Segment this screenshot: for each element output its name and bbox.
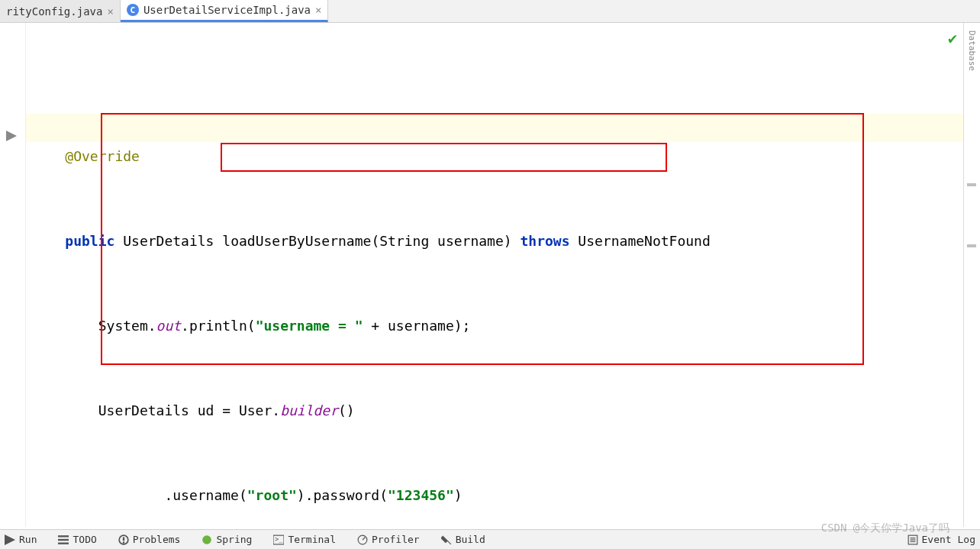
hammer-icon: [441, 534, 452, 545]
run-gutter-icon[interactable]: [6, 128, 17, 144]
svg-text:>_: >_: [276, 535, 283, 543]
close-icon[interactable]: ×: [107, 5, 113, 18]
editor-area: @Override public UserDetails loadUserByU…: [0, 23, 980, 527]
spring-toolwindow[interactable]: Spring: [201, 534, 252, 545]
log-icon: [907, 534, 918, 545]
java-class-icon: C: [127, 4, 139, 16]
eventlog-toolwindow[interactable]: Event Log: [907, 534, 975, 545]
svg-rect-7: [123, 541, 124, 543]
svg-line-12: [363, 537, 366, 540]
close-icon[interactable]: ×: [315, 4, 321, 16]
scrollbar-marker: [967, 244, 976, 247]
svg-rect-2: [58, 535, 69, 537]
todo-toolwindow[interactable]: TODO: [58, 534, 96, 545]
inspection-ok-icon[interactable]: ✔: [948, 29, 957, 47]
tab-label: rityConfig.java: [6, 5, 102, 18]
gutter: [0, 23, 26, 527]
terminal-icon: >_: [273, 534, 284, 545]
terminal-toolwindow[interactable]: >_ Terminal: [273, 534, 336, 545]
right-toolwindows: Database: [963, 23, 980, 71]
problems-toolwindow[interactable]: Problems: [118, 534, 181, 545]
tab-inactive[interactable]: rityConfig.java ×: [0, 0, 121, 22]
gauge-icon: [357, 534, 368, 545]
svg-rect-6: [123, 537, 124, 541]
svg-rect-4: [58, 542, 69, 544]
svg-point-8: [203, 535, 212, 544]
code-editor[interactable]: @Override public UserDetails loadUserByU…: [26, 23, 963, 527]
svg-rect-3: [58, 538, 69, 540]
database-toolwindow[interactable]: Database: [967, 31, 977, 71]
scrollbar-rail[interactable]: [963, 23, 980, 527]
run-toolwindow[interactable]: Run: [5, 534, 37, 545]
spring-icon: [201, 534, 212, 545]
svg-marker-1: [5, 534, 15, 545]
svg-marker-0: [6, 131, 17, 141]
warning-icon: [118, 534, 129, 545]
current-line-highlight: [26, 114, 963, 142]
profiler-toolwindow[interactable]: Profiler: [357, 534, 420, 545]
build-toolwindow[interactable]: Build: [441, 534, 485, 545]
annotation: @Override: [65, 148, 140, 164]
scrollbar-marker: [967, 183, 976, 186]
play-icon: [5, 534, 15, 545]
list-icon: [58, 534, 69, 545]
tab-label: UserDetailServiceImpl.java: [143, 4, 311, 16]
tab-active[interactable]: C UserDetailServiceImpl.java ×: [121, 0, 329, 22]
editor-tabs: rityConfig.java × C UserDetailServiceImp…: [0, 0, 980, 23]
watermark: CSDN @今天你学Java了吗: [821, 522, 949, 535]
